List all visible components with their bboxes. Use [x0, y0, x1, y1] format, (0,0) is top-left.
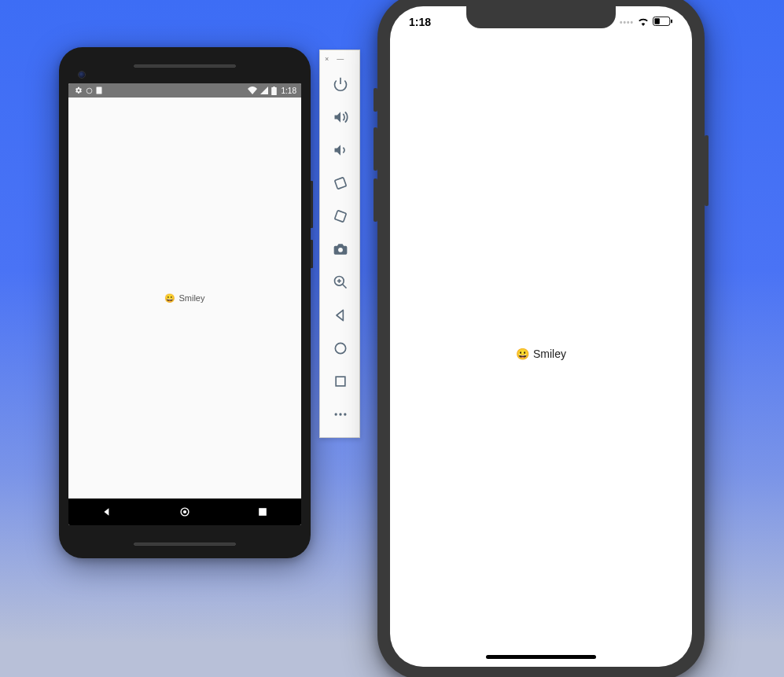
- iphone-notch: [466, 6, 616, 28]
- svg-rect-1: [97, 87, 102, 94]
- emulator-volume-up-button[interactable]: [320, 101, 361, 134]
- wifi-icon: [637, 16, 650, 28]
- svg-rect-21: [671, 20, 672, 24]
- svg-rect-20: [654, 18, 659, 24]
- iphone-home-indicator[interactable]: [486, 655, 596, 659]
- android-app-content: 😀 Smiley: [68, 98, 301, 499]
- android-back-button[interactable]: [101, 506, 112, 517]
- svg-point-14: [335, 343, 345, 353]
- iphone-app-content: 😀 Smiley: [390, 41, 692, 667]
- android-front-camera: [78, 71, 86, 79]
- cellular-dots-icon: ••••: [620, 18, 634, 27]
- emulator-rotate-left-button[interactable]: [320, 167, 361, 200]
- wifi-icon: [248, 86, 257, 94]
- iphone-volume-up: [374, 127, 377, 171]
- iphone-side-button: [705, 135, 709, 206]
- smiley-emoji-icon: 😀: [164, 293, 175, 304]
- emulator-overview-button[interactable]: [320, 365, 361, 398]
- emulator-rotate-right-button[interactable]: [320, 200, 361, 233]
- android-volume-button: [311, 181, 313, 228]
- settings-icon: [75, 86, 83, 94]
- android-device-frame: 1:18 😀 Smiley: [59, 47, 311, 558]
- svg-rect-15: [336, 377, 345, 386]
- android-overview-button[interactable]: [257, 506, 268, 517]
- android-home-button[interactable]: [179, 506, 190, 517]
- android-nav-bar: [68, 499, 301, 525]
- iphone-clock: 1:18: [409, 16, 431, 28]
- card-icon: [96, 86, 102, 94]
- svg-line-11: [343, 285, 347, 289]
- android-power-button: [311, 240, 313, 268]
- svg-point-18: [344, 413, 346, 415]
- android-speaker-bottom: [134, 543, 236, 546]
- svg-rect-8: [335, 211, 347, 223]
- iphone-silence-switch: [374, 88, 377, 112]
- svg-point-9: [338, 248, 343, 252]
- iphone-screen: 1:18 •••• 😀 Smiley: [390, 6, 692, 667]
- emulator-minimize-button[interactable]: —: [337, 55, 344, 63]
- smiley-label: Smiley: [533, 348, 566, 360]
- emulator-home-button[interactable]: [320, 332, 361, 365]
- smiley-row: 😀 Smiley: [516, 348, 566, 360]
- emulator-power-button[interactable]: [320, 68, 361, 101]
- cellular-icon: [260, 86, 268, 94]
- smiley-label: Smiley: [179, 293, 204, 303]
- android-clock: 1:18: [282, 86, 296, 95]
- svg-point-0: [86, 88, 92, 94]
- svg-rect-3: [273, 86, 274, 87]
- battery-icon: [271, 86, 277, 95]
- android-status-bar: 1:18: [68, 83, 301, 98]
- android-screen: 1:18 😀 Smiley: [68, 83, 301, 525]
- emulator-close-button[interactable]: ×: [325, 55, 329, 63]
- iphone-volume-down: [374, 178, 377, 222]
- battery-icon: [653, 16, 673, 28]
- smiley-emoji-icon: 😀: [516, 348, 529, 360]
- emulator-more-button[interactable]: [320, 398, 361, 431]
- svg-rect-6: [259, 508, 267, 516]
- iphone-device-frame: 1:18 •••• 😀 Smiley: [377, 0, 705, 677]
- svg-point-16: [335, 413, 337, 415]
- emulator-zoom-button[interactable]: [320, 266, 361, 299]
- svg-rect-7: [335, 178, 347, 189]
- emulator-back-button[interactable]: [320, 299, 361, 332]
- circle-icon: [86, 87, 93, 94]
- emulator-screenshot-button[interactable]: [320, 233, 361, 266]
- emulator-toolbar: × —: [319, 50, 360, 438]
- android-speaker-top: [134, 64, 236, 68]
- svg-point-5: [183, 510, 186, 513]
- svg-point-17: [339, 413, 341, 415]
- smiley-row: 😀 Smiley: [164, 293, 204, 304]
- emulator-volume-down-button[interactable]: [320, 134, 361, 167]
- svg-rect-2: [271, 87, 277, 95]
